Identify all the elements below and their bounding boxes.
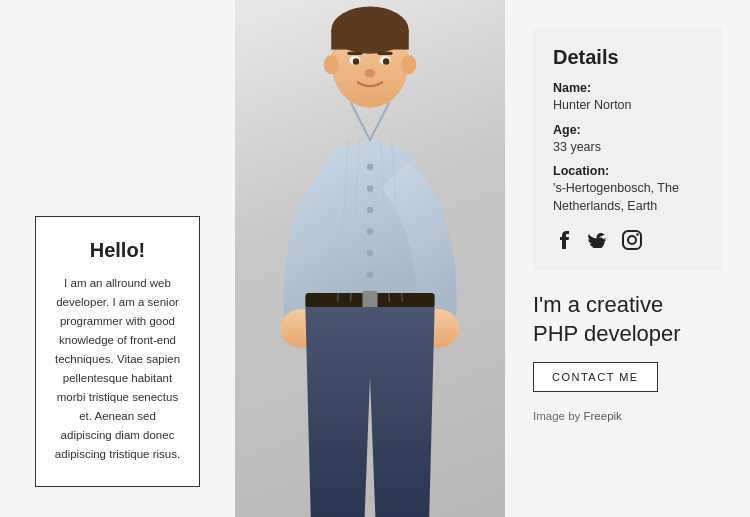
svg-rect-10 [347,52,362,55]
svg-point-28 [628,236,636,244]
contact-button[interactable]: CONTACT ME [533,362,658,392]
svg-point-12 [365,69,376,78]
right-section: Details Name: Hunter Norton Age: 33 year… [505,0,750,517]
freepik-credit: Image by Freepik [533,410,722,422]
details-panel: Details Name: Hunter Norton Age: 33 year… [533,28,722,271]
svg-point-18 [367,185,373,191]
svg-point-4 [324,55,339,74]
left-section: Hello! I am an allround web developer. I… [0,0,235,517]
svg-point-19 [367,207,373,213]
tagline-section: I'm a creative PHP developer CONTACT ME … [533,291,722,436]
age-label: Age: [553,123,702,137]
freepik-link[interactable]: Freepik [584,410,622,422]
svg-point-21 [367,250,373,256]
svg-point-22 [367,271,373,277]
photo-placeholder [235,0,505,517]
page-wrapper: Hello! I am an allround web developer. I… [0,0,750,517]
svg-point-29 [636,233,638,235]
location-value: 's-Hertogenbosch, The Netherlands, Earth [553,180,702,215]
svg-point-5 [401,55,416,74]
svg-rect-11 [378,52,393,55]
name-value: Hunter Norton [553,97,702,115]
svg-point-17 [367,164,373,170]
person-image [235,0,505,517]
twitter-icon[interactable] [587,229,609,251]
svg-point-20 [367,228,373,234]
social-icons [553,229,702,251]
tagline-text: I'm a creative PHP developer [533,291,722,348]
instagram-icon[interactable] [621,229,643,251]
hello-box: Hello! I am an allround web developer. I… [35,216,200,487]
hello-description: I am an allround web developer. I am a s… [54,274,181,464]
details-title: Details [553,46,702,69]
svg-rect-3 [331,30,409,49]
hello-title: Hello! [54,239,181,262]
location-label: Location: [553,164,702,178]
svg-point-9 [383,58,389,64]
age-value: 33 years [553,139,702,157]
svg-point-8 [353,58,359,64]
facebook-icon[interactable] [553,229,575,251]
photo-section [235,0,505,517]
name-label: Name: [553,81,702,95]
